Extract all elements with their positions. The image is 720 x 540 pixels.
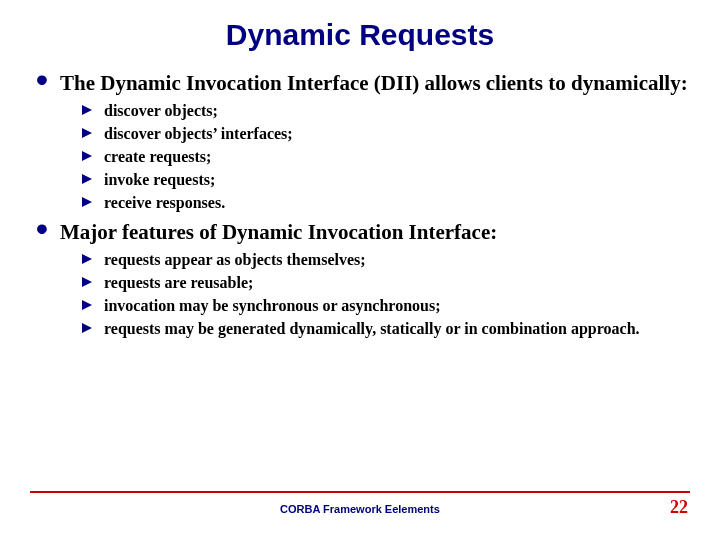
sub-bullet-text: invoke requests; [104, 169, 215, 190]
sub-bullet-text: requests are reusable; [104, 272, 253, 293]
bullet-level2: invoke requests; [82, 169, 690, 190]
svg-marker-1 [82, 128, 92, 138]
sub-bullet-group: discover objects; discover objects’ inte… [36, 100, 690, 213]
bullet-level2: requests may be generated dynamically, s… [82, 318, 690, 339]
bullet-level2: requests appear as objects themselves; [82, 249, 690, 270]
sub-bullet-text: create requests; [104, 146, 211, 167]
bullet-level2: invocation may be synchronous or asynchr… [82, 295, 690, 316]
svg-marker-5 [82, 254, 92, 264]
bullet-level2: receive responses. [82, 192, 690, 213]
sub-bullet-text: invocation may be synchronous or asynchr… [104, 295, 441, 316]
bullet-dot-icon: • [36, 68, 60, 90]
sub-bullet-group: requests appear as objects themselves; r… [36, 249, 690, 339]
sub-bullet-text: requests appear as objects themselves; [104, 249, 366, 270]
svg-marker-2 [82, 151, 92, 161]
svg-marker-3 [82, 174, 92, 184]
bullet-text: Major features of Dynamic Invocation Int… [60, 219, 497, 245]
bullet-level1: • Major features of Dynamic Invocation I… [36, 219, 690, 245]
footer-rule [30, 491, 690, 493]
footer-row: CORBA Framework Eelements 22 [30, 497, 690, 518]
svg-marker-7 [82, 300, 92, 310]
sub-bullet-text: discover objects’ interfaces; [104, 123, 293, 144]
bullet-level2: requests are reusable; [82, 272, 690, 293]
sub-bullet-text: receive responses. [104, 192, 225, 213]
sub-bullet-text: requests may be generated dynamically, s… [104, 318, 640, 339]
slide: Dynamic Requests • The Dynamic Invocatio… [0, 0, 720, 540]
svg-marker-6 [82, 277, 92, 287]
sub-bullet-text: discover objects; [104, 100, 218, 121]
svg-marker-8 [82, 323, 92, 333]
bullet-level2: create requests; [82, 146, 690, 167]
footer-title: CORBA Framework Eelements [72, 503, 648, 515]
bullet-text: The Dynamic Invocation Interface (DII) a… [60, 70, 688, 96]
bullet-dot-icon: • [36, 217, 60, 239]
page-number: 22 [648, 497, 688, 518]
slide-footer: CORBA Framework Eelements 22 [30, 491, 690, 518]
slide-body: • The Dynamic Invocation Interface (DII)… [30, 70, 690, 339]
svg-marker-4 [82, 197, 92, 207]
bullet-level1: • The Dynamic Invocation Interface (DII)… [36, 70, 690, 96]
slide-title: Dynamic Requests [30, 18, 690, 52]
bullet-level2: discover objects’ interfaces; [82, 123, 690, 144]
bullet-level2: discover objects; [82, 100, 690, 121]
svg-marker-0 [82, 105, 92, 115]
